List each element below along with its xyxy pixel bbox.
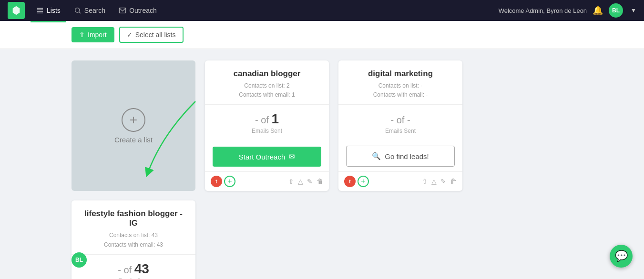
contacts-on-list: Contacts on list: 43: [79, 231, 188, 240]
contacts-with-email: Contacts with email: 1: [213, 90, 321, 100]
svg-rect-3: [37, 13, 43, 13]
go-find-label: Go find leads!: [385, 152, 429, 160]
cards-container: + Create a list canadian blogger Contact…: [0, 49, 644, 279]
footer-actions: ⇧ △ ✎ 🗑: [288, 178, 323, 185]
card-meta: Contacts on list: - Contacts with email:…: [346, 81, 455, 100]
stats-text: - of -: [346, 111, 455, 127]
add-member-button[interactable]: +: [224, 176, 235, 187]
digital-marketing-card: digital marketing Contacts on list: - Co…: [338, 60, 462, 191]
stats-label: Emails Sent: [346, 128, 455, 134]
svg-point-4: [75, 8, 79, 12]
search-icon: [74, 7, 82, 14]
import-icon: ⇧: [79, 31, 85, 39]
svg-line-5: [79, 12, 81, 13]
edit-icon[interactable]: ✎: [440, 178, 446, 185]
toolbar: ⇧ Import ✓ Select all lists: [0, 21, 644, 49]
member-avatar-t: t: [344, 176, 356, 187]
user-avatar[interactable]: BL: [609, 3, 623, 18]
lists-icon: [36, 7, 44, 14]
card-header: digital marketing Contacts on list: - Co…: [338, 60, 462, 105]
bottom-user-avatar[interactable]: BL: [72, 252, 87, 268]
card-meta: Contacts on list: 43 Contacts with email…: [79, 231, 188, 249]
card-stats: - of 43 Emails Sent: [72, 255, 195, 279]
outreach-label: Start Outreach: [239, 153, 286, 161]
contacts-with-email: Contacts with email: 43: [79, 240, 188, 249]
import-button[interactable]: ⇧ Import: [72, 27, 114, 42]
svg-rect-1: [37, 10, 43, 10]
svg-rect-0: [37, 8, 43, 9]
footer-actions: ⇧ △ ✎ 🗑: [422, 178, 457, 185]
card-header: lifestyle fashion blogger - IG Contacts …: [72, 200, 195, 254]
navbar-right: Welcome Admin, Byron de Leon 🔔 BL ▼: [499, 3, 636, 18]
lifestyle-blogger-card: lifestyle fashion blogger - IG Contacts …: [72, 200, 195, 279]
contacts-on-list: Contacts on list: -: [346, 81, 455, 90]
bottom-avatar-icon: BL: [72, 252, 87, 268]
delete-icon[interactable]: 🗑: [317, 178, 323, 185]
card-title: lifestyle fashion blogger - IG: [79, 209, 188, 228]
create-list-card[interactable]: + Create a list: [72, 60, 195, 191]
nav-items: Lists Search Outreach: [31, 4, 163, 17]
delete-icon[interactable]: 🗑: [450, 178, 457, 185]
outreach-label: Outreach: [129, 7, 157, 14]
svg-rect-2: [37, 11, 43, 11]
lists-label: Lists: [47, 7, 61, 14]
bookmark-icon[interactable]: △: [298, 178, 303, 185]
card-footer: t + ⇧ △ ✎ 🗑: [205, 171, 329, 191]
start-outreach-button[interactable]: Start Outreach ✉: [213, 147, 321, 167]
stats-number: - of 43: [79, 261, 188, 277]
go-find-leads-button[interactable]: 🔍 Go find leads!: [346, 146, 455, 167]
stats-number: - of 1: [213, 111, 321, 127]
bookmark-icon[interactable]: △: [431, 178, 437, 185]
card-meta: Contacts on list: 2 Contacts with email:…: [213, 81, 321, 100]
create-label: Create a list: [114, 136, 153, 144]
nav-lists[interactable]: Lists: [31, 4, 66, 17]
canadian-blogger-card: canadian blogger Contacts on list: 2 Con…: [205, 60, 329, 191]
card-footer: t + ⇧ △ ✎ 🗑: [338, 171, 462, 191]
member-avatar-t: t: [211, 176, 222, 187]
card-action: Start Outreach ✉: [205, 142, 329, 171]
check-icon: ✓: [127, 31, 133, 39]
card-stats: - of - Emails Sent: [338, 105, 462, 141]
add-member-button[interactable]: +: [358, 176, 369, 187]
logo-icon: [11, 5, 21, 16]
select-all-button[interactable]: ✓ Select all lists: [119, 27, 184, 43]
contacts-on-list: Contacts on list: 2: [213, 81, 321, 90]
logo[interactable]: [8, 2, 25, 19]
card-title: canadian blogger: [213, 69, 321, 79]
edit-icon[interactable]: ✎: [307, 178, 313, 185]
search-small-icon: 🔍: [372, 152, 381, 160]
contacts-with-email: Contacts with email: -: [346, 90, 455, 100]
card-stats: - of 1 Emails Sent: [205, 105, 329, 142]
navbar: Lists Search Outreach Welcome Admin, Byr…: [0, 0, 644, 21]
share-icon[interactable]: ⇧: [288, 178, 294, 185]
share-icon[interactable]: ⇧: [422, 178, 428, 185]
import-label: Import: [88, 31, 107, 39]
nav-outreach[interactable]: Outreach: [113, 4, 163, 17]
nav-search[interactable]: Search: [68, 4, 111, 17]
card-header: canadian blogger Contacts on list: 2 Con…: [205, 60, 329, 105]
outreach-icon: [119, 7, 126, 14]
chat-icon: 💬: [615, 250, 628, 262]
welcome-text[interactable]: Welcome Admin, Byron de Leon: [499, 7, 587, 14]
chat-button[interactable]: 💬: [610, 245, 633, 268]
bell-icon[interactable]: 🔔: [593, 5, 603, 16]
user-menu-chevron[interactable]: ▼: [631, 7, 636, 14]
card-title: digital marketing: [346, 69, 455, 79]
select-all-label: Select all lists: [135, 31, 176, 39]
stats-label: Emails Sent: [213, 128, 321, 134]
search-label: Search: [84, 7, 105, 14]
create-icon: +: [122, 108, 145, 132]
card-action: 🔍 Go find leads!: [338, 141, 462, 171]
mail-icon: ✉: [289, 152, 295, 161]
